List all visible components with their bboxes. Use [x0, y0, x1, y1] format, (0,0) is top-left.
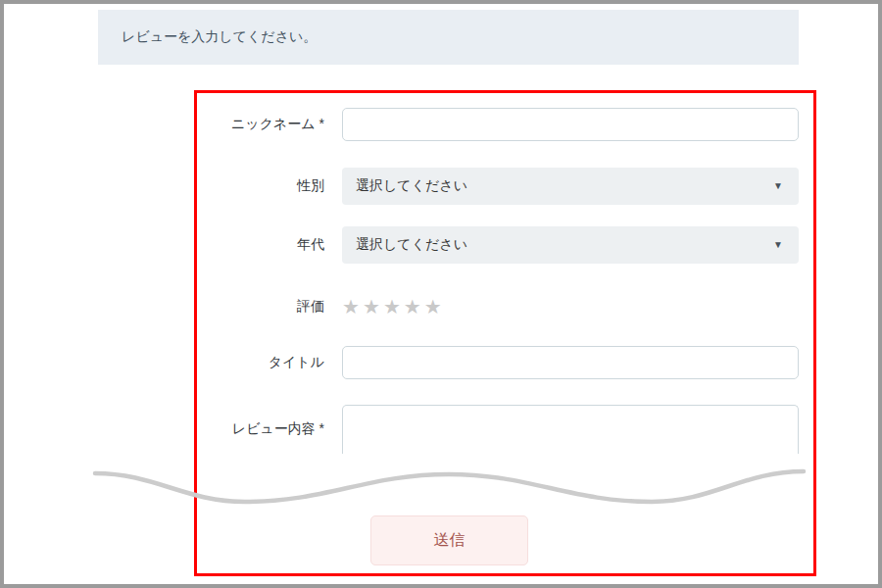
star-icon[interactable]: ★	[363, 296, 383, 318]
form-row-age: 年代 選択してください ▼	[197, 226, 813, 264]
star-icon[interactable]: ★	[424, 296, 445, 318]
age-select[interactable]: 選択してください ▼	[342, 226, 799, 264]
review-body-textarea[interactable]	[342, 405, 799, 454]
submit-button[interactable]: 送信	[370, 515, 528, 565]
rating-stars: ★★★★★	[342, 297, 799, 317]
review-body-label: レビュー内容 *	[197, 420, 342, 438]
notice-banner: レビューを入力してください。	[98, 10, 799, 65]
form-row-rating: 評価 ★★★★★	[197, 294, 813, 319]
rating-label: 評価	[197, 298, 342, 316]
star-icon[interactable]: ★	[383, 296, 404, 318]
title-input[interactable]	[342, 346, 799, 379]
age-label: 年代	[197, 236, 342, 254]
chevron-down-icon: ▼	[773, 240, 783, 250]
review-form: ニックネーム * 性別 選択してください ▼ 年代 選択してください ▼	[194, 90, 816, 576]
submit-button-label: 送信	[434, 530, 466, 551]
gender-label: 性別	[197, 177, 342, 195]
form-row-review-body: レビュー内容 *	[197, 405, 813, 454]
form-row-title: タイトル	[197, 346, 813, 379]
title-label: タイトル	[197, 354, 342, 371]
gender-select[interactable]: 選択してください ▼	[342, 168, 799, 205]
nickname-label: ニックネーム *	[197, 116, 342, 133]
notice-text: レビューを入力してください。	[122, 28, 317, 46]
gender-select-value: 選択してください	[356, 177, 467, 195]
star-icon[interactable]: ★	[342, 296, 363, 318]
form-row-nickname: ニックネーム *	[197, 108, 813, 141]
form-row-gender: 性別 選択してください ▼	[197, 168, 813, 205]
star-icon[interactable]: ★	[404, 296, 424, 318]
nickname-input[interactable]	[342, 108, 799, 141]
age-select-value: 選択してください	[356, 236, 467, 254]
page: レビューを入力してください。 ニックネーム * 性別 選択してください ▼ 年代…	[0, 0, 882, 588]
chevron-down-icon: ▼	[773, 181, 783, 191]
